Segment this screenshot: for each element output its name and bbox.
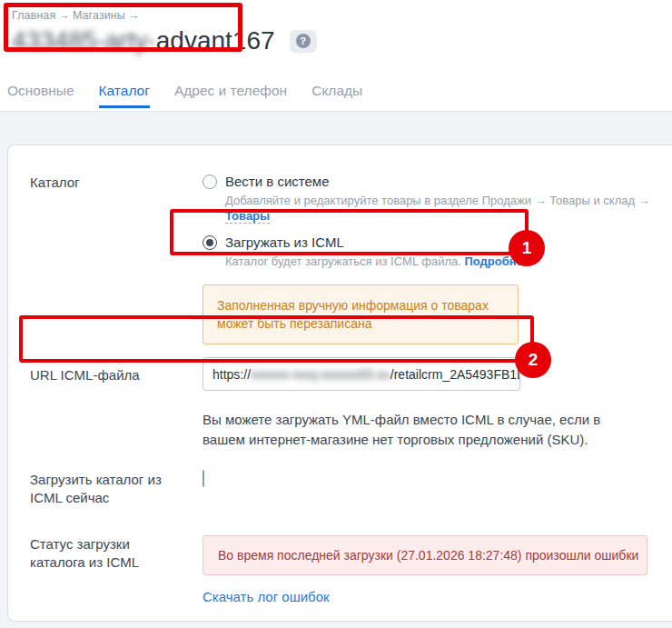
tab-address-phone[interactable]: Адрес и телефон (174, 83, 287, 111)
catalog-source-label: Каталог (30, 174, 203, 192)
products-link[interactable]: Товары (225, 209, 270, 224)
load-error-alert: Во время последней загрузки (27.01.2026 … (203, 535, 647, 575)
icml-url-input[interactable]: https://xxxxxx-xxxy.xxxxxx93.xu/retailcr… (203, 357, 520, 391)
load-status-label: Статус загрузки каталога из ICML (30, 535, 203, 572)
title-row: 433485-arty-advant167 ? (12, 25, 672, 57)
radio-description-system-text: Добавляйте и редактируйте товары в разде… (225, 194, 650, 207)
load-now-label: Загрузить каталог из ICML сейчас (30, 471, 203, 507)
radio-label-system: Вести в системе (225, 174, 329, 190)
url-redacted: xxxxxx-xxxy.xxxxxx93.xu (251, 367, 390, 382)
breadcrumb-separator: → (58, 9, 70, 22)
radio-icon-selected[interactable] (203, 235, 217, 250)
url-prefix: https:// (212, 367, 251, 382)
tab-catalog[interactable]: Каталог (99, 83, 150, 108)
tab-bar: Основные Каталог Адрес и телефон Склады (0, 83, 672, 112)
page-title: 433485-arty-advant167 (12, 25, 275, 56)
radio-description-system: Добавляйте и редактируйте товары в разде… (225, 193, 672, 224)
more-details-link[interactable]: Подробнее (464, 254, 529, 268)
catalog-source-row: Каталог Вести в системе Добавляйте и ред… (30, 174, 672, 344)
radio-option-icml[interactable]: Загружать из ICML (203, 234, 672, 251)
icml-url-control: https://xxxxxx-xxxy.xxxxxx93.xu/retailcr… (203, 357, 672, 391)
breadcrumb-home-link[interactable]: Главная (12, 9, 55, 22)
load-now-row: Загрузить каталог из ICML сейчас (30, 471, 672, 507)
overwrite-warning-box: Заполненная вручную информация о товарах… (203, 284, 519, 344)
radio-label-icml: Загружать из ICML (225, 234, 344, 251)
radio-option-system[interactable]: Вести в системе (203, 174, 672, 190)
tab-main[interactable]: Основные (7, 83, 74, 111)
radio-description-icml: Каталог будет загружаться из ICML файла.… (225, 254, 672, 269)
page-title-redacted: 433485-arty- (12, 26, 156, 55)
store-settings-page: Главная→Магазины→ 433485-arty-advant167 … (0, 0, 672, 628)
catalog-settings-panel: Каталог Вести в системе Добавляйте и ред… (7, 145, 672, 622)
icml-url-label: URL ICML-файла (30, 357, 203, 384)
content-background: Каталог Вести в системе Добавляйте и ред… (0, 112, 672, 628)
breadcrumb-shops-link[interactable]: Магазины (73, 9, 125, 22)
breadcrumb-separator: → (128, 9, 140, 22)
load-status-row: Статус загрузки каталога из ICML Во врем… (30, 535, 672, 605)
question-mark-icon: ? (296, 34, 311, 48)
help-button[interactable]: ? (290, 30, 317, 53)
catalog-source-options: Вести в системе Добавляйте и редактируйт… (203, 174, 672, 344)
tab-warehouses[interactable]: Склады (311, 83, 362, 111)
radio-description-icml-text: Каталог будет загружаться из ICML файла. (225, 254, 464, 268)
page-title-visible: advant167 (156, 26, 275, 55)
breadcrumb: Главная→Магазины→ (12, 9, 672, 22)
page-header: Главная→Магазины→ 433485-arty-advant167 … (0, 0, 672, 57)
yml-note-row: Вы можете загружать YML-файл вместо ICML… (30, 410, 672, 450)
download-error-log-link[interactable]: Скачать лог ошибок (203, 589, 330, 604)
icml-url-row: URL ICML-файла https://xxxxxx-xxxy.xxxxx… (30, 357, 672, 391)
url-suffix: /retailcrm_2A5493FB1D4 (390, 367, 520, 382)
load-now-checkbox[interactable] (203, 470, 204, 487)
yml-note-text: Вы можете загружать YML-файл вместо ICML… (203, 410, 646, 450)
radio-icon-unselected[interactable] (203, 174, 217, 189)
